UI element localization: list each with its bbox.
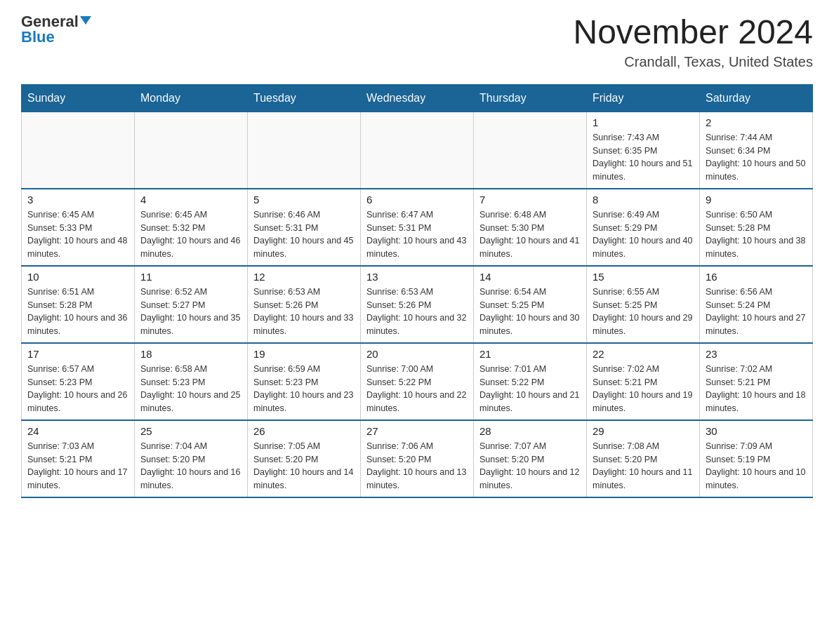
calendar-cell <box>22 112 135 189</box>
day-number: 3 <box>27 194 128 206</box>
calendar-cell: 1Sunrise: 7:43 AMSunset: 6:35 PMDaylight… <box>587 112 700 189</box>
calendar-table: SundayMondayTuesdayWednesdayThursdayFrid… <box>21 84 813 498</box>
day-info: Sunrise: 7:09 AMSunset: 5:19 PMDaylight:… <box>706 440 807 492</box>
day-info: Sunrise: 7:43 AMSunset: 6:35 PMDaylight:… <box>593 131 694 184</box>
calendar-cell: 22Sunrise: 7:02 AMSunset: 5:21 PMDayligh… <box>587 343 700 420</box>
page-header: General Blue November 2024 Crandall, Tex… <box>21 14 813 70</box>
calendar-cell: 9Sunrise: 6:50 AMSunset: 5:28 PMDaylight… <box>700 189 813 266</box>
calendar-cell: 12Sunrise: 6:53 AMSunset: 5:26 PMDayligh… <box>248 266 361 343</box>
day-info: Sunrise: 7:00 AMSunset: 5:22 PMDaylight:… <box>366 363 468 415</box>
day-number: 1 <box>593 116 694 128</box>
day-number: 4 <box>140 194 241 206</box>
calendar-cell: 24Sunrise: 7:03 AMSunset: 5:21 PMDayligh… <box>22 420 135 497</box>
day-number: 17 <box>27 348 128 360</box>
calendar-week-row: 24Sunrise: 7:03 AMSunset: 5:21 PMDayligh… <box>22 420 813 497</box>
day-info: Sunrise: 6:50 AMSunset: 5:28 PMDaylight:… <box>706 208 807 261</box>
day-number: 24 <box>27 425 128 437</box>
calendar-cell: 11Sunrise: 6:52 AMSunset: 5:27 PMDayligh… <box>135 266 248 343</box>
calendar-cell: 8Sunrise: 6:49 AMSunset: 5:29 PMDaylight… <box>587 189 700 266</box>
calendar-cell: 30Sunrise: 7:09 AMSunset: 5:19 PMDayligh… <box>700 420 813 497</box>
day-info: Sunrise: 6:55 AMSunset: 5:25 PMDaylight:… <box>593 286 694 338</box>
day-number: 22 <box>593 348 694 360</box>
calendar-header-row: SundayMondayTuesdayWednesdayThursdayFrid… <box>22 84 813 112</box>
day-info: Sunrise: 7:03 AMSunset: 5:21 PMDaylight:… <box>27 440 128 492</box>
day-number: 13 <box>366 271 468 283</box>
day-info: Sunrise: 6:48 AMSunset: 5:30 PMDaylight:… <box>479 208 581 261</box>
calendar-cell <box>248 112 361 189</box>
day-number: 20 <box>366 348 468 360</box>
calendar-cell: 26Sunrise: 7:05 AMSunset: 5:20 PMDayligh… <box>248 420 361 497</box>
day-info: Sunrise: 6:49 AMSunset: 5:29 PMDaylight:… <box>593 208 694 261</box>
calendar-cell <box>135 112 248 189</box>
day-info: Sunrise: 6:53 AMSunset: 5:26 PMDaylight:… <box>253 286 355 338</box>
page-title: November 2024 <box>573 14 813 51</box>
calendar-cell: 15Sunrise: 6:55 AMSunset: 5:25 PMDayligh… <box>587 266 700 343</box>
day-info: Sunrise: 6:58 AMSunset: 5:23 PMDaylight:… <box>140 363 241 415</box>
logo: General Blue <box>21 14 91 45</box>
day-info: Sunrise: 6:56 AMSunset: 5:24 PMDaylight:… <box>706 286 807 338</box>
logo-blue-text: Blue <box>21 29 55 45</box>
day-info: Sunrise: 7:07 AMSunset: 5:20 PMDaylight:… <box>479 440 581 492</box>
calendar-week-row: 10Sunrise: 6:51 AMSunset: 5:28 PMDayligh… <box>22 266 813 343</box>
day-info: Sunrise: 6:52 AMSunset: 5:27 PMDaylight:… <box>140 286 241 338</box>
day-number: 18 <box>140 348 241 360</box>
calendar-cell: 19Sunrise: 6:59 AMSunset: 5:23 PMDayligh… <box>248 343 361 420</box>
day-info: Sunrise: 6:51 AMSunset: 5:28 PMDaylight:… <box>27 286 128 338</box>
day-number: 2 <box>706 116 807 128</box>
weekday-header-friday: Friday <box>587 84 700 112</box>
calendar-cell: 23Sunrise: 7:02 AMSunset: 5:21 PMDayligh… <box>700 343 813 420</box>
calendar-cell: 10Sunrise: 6:51 AMSunset: 5:28 PMDayligh… <box>22 266 135 343</box>
day-number: 23 <box>706 348 807 360</box>
location-subtitle: Crandall, Texas, United States <box>573 54 813 70</box>
calendar-cell: 4Sunrise: 6:45 AMSunset: 5:32 PMDaylight… <box>135 189 248 266</box>
day-info: Sunrise: 6:45 AMSunset: 5:33 PMDaylight:… <box>27 208 128 261</box>
day-number: 25 <box>140 425 241 437</box>
day-info: Sunrise: 7:44 AMSunset: 6:34 PMDaylight:… <box>706 131 807 184</box>
weekday-header-wednesday: Wednesday <box>361 84 474 112</box>
calendar-cell: 16Sunrise: 6:56 AMSunset: 5:24 PMDayligh… <box>700 266 813 343</box>
day-info: Sunrise: 7:06 AMSunset: 5:20 PMDaylight:… <box>366 440 468 492</box>
calendar-week-row: 3Sunrise: 6:45 AMSunset: 5:33 PMDaylight… <box>22 189 813 266</box>
weekday-header-sunday: Sunday <box>22 84 135 112</box>
day-info: Sunrise: 7:01 AMSunset: 5:22 PMDaylight:… <box>479 363 581 415</box>
calendar-cell: 6Sunrise: 6:47 AMSunset: 5:31 PMDaylight… <box>361 189 474 266</box>
day-info: Sunrise: 6:45 AMSunset: 5:32 PMDaylight:… <box>140 208 241 261</box>
day-number: 7 <box>479 194 581 206</box>
day-number: 16 <box>706 271 807 283</box>
day-info: Sunrise: 6:57 AMSunset: 5:23 PMDaylight:… <box>27 363 128 415</box>
day-info: Sunrise: 7:02 AMSunset: 5:21 PMDaylight:… <box>593 363 694 415</box>
calendar-cell: 7Sunrise: 6:48 AMSunset: 5:30 PMDaylight… <box>474 189 587 266</box>
weekday-header-thursday: Thursday <box>474 84 587 112</box>
calendar-cell: 13Sunrise: 6:53 AMSunset: 5:26 PMDayligh… <box>361 266 474 343</box>
calendar-cell: 2Sunrise: 7:44 AMSunset: 6:34 PMDaylight… <box>700 112 813 189</box>
calendar-week-row: 1Sunrise: 7:43 AMSunset: 6:35 PMDaylight… <box>22 112 813 189</box>
day-info: Sunrise: 6:47 AMSunset: 5:31 PMDaylight:… <box>366 208 468 261</box>
day-number: 10 <box>27 271 128 283</box>
day-number: 21 <box>479 348 581 360</box>
calendar-cell: 14Sunrise: 6:54 AMSunset: 5:25 PMDayligh… <box>474 266 587 343</box>
calendar-cell: 20Sunrise: 7:00 AMSunset: 5:22 PMDayligh… <box>361 343 474 420</box>
calendar-cell: 18Sunrise: 6:58 AMSunset: 5:23 PMDayligh… <box>135 343 248 420</box>
day-info: Sunrise: 6:53 AMSunset: 5:26 PMDaylight:… <box>366 286 468 338</box>
day-info: Sunrise: 7:04 AMSunset: 5:20 PMDaylight:… <box>140 440 241 492</box>
day-info: Sunrise: 7:05 AMSunset: 5:20 PMDaylight:… <box>253 440 355 492</box>
weekday-header-monday: Monday <box>135 84 248 112</box>
calendar-cell: 5Sunrise: 6:46 AMSunset: 5:31 PMDaylight… <box>248 189 361 266</box>
day-number: 9 <box>706 194 807 206</box>
day-number: 19 <box>253 348 355 360</box>
weekday-header-saturday: Saturday <box>700 84 813 112</box>
calendar-cell <box>361 112 474 189</box>
day-number: 11 <box>140 271 241 283</box>
day-number: 15 <box>593 271 694 283</box>
day-number: 30 <box>706 425 807 437</box>
day-number: 14 <box>479 271 581 283</box>
logo-general-text: General <box>21 14 79 29</box>
day-number: 28 <box>479 425 581 437</box>
calendar-cell: 25Sunrise: 7:04 AMSunset: 5:20 PMDayligh… <box>135 420 248 497</box>
calendar-week-row: 17Sunrise: 6:57 AMSunset: 5:23 PMDayligh… <box>22 343 813 420</box>
day-number: 8 <box>593 194 694 206</box>
calendar-cell <box>474 112 587 189</box>
calendar-cell: 21Sunrise: 7:01 AMSunset: 5:22 PMDayligh… <box>474 343 587 420</box>
day-info: Sunrise: 6:59 AMSunset: 5:23 PMDaylight:… <box>253 363 355 415</box>
day-info: Sunrise: 7:02 AMSunset: 5:21 PMDaylight:… <box>706 363 807 415</box>
